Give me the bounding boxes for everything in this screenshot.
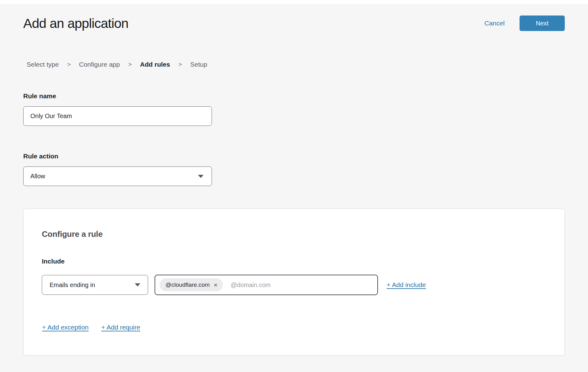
chevron-down-icon xyxy=(135,283,140,286)
breadcrumb-step-add-rules[interactable]: Add rules xyxy=(140,61,170,68)
add-include-link[interactable]: + Add include xyxy=(387,281,426,289)
breadcrumb: Select type > Configure app > Add rules … xyxy=(23,61,565,68)
add-exception-link[interactable]: + Add exception xyxy=(42,324,89,331)
configure-rule-title: Configure a rule xyxy=(42,229,546,239)
tag-chip-label: @cloudflare.com xyxy=(165,281,210,288)
tag-chip: @cloudflare.com ✕ xyxy=(160,278,223,291)
breadcrumb-step-select-type[interactable]: Select type xyxy=(27,61,59,68)
include-rule-row: Emails ending in @cloudflare.com ✕ + Add… xyxy=(42,275,546,295)
configure-rule-card: Configure a rule Include Emails ending i… xyxy=(23,209,565,356)
breadcrumb-separator: > xyxy=(128,61,132,68)
next-button[interactable]: Next xyxy=(520,16,565,31)
include-selector-value: Emails ending in xyxy=(50,281,95,289)
tag-entry-field[interactable] xyxy=(230,281,373,289)
remove-tag-icon[interactable]: ✕ xyxy=(214,283,218,287)
breadcrumb-separator: > xyxy=(178,61,182,68)
add-require-link[interactable]: + Add require xyxy=(101,324,140,331)
rule-name-label: Rule name xyxy=(23,92,565,100)
chevron-down-icon xyxy=(198,175,204,178)
page: Add an application Cancel Next Select ty… xyxy=(0,0,588,356)
page-header: Add an application Cancel Next xyxy=(23,0,565,31)
include-selector-select[interactable]: Emails ending in xyxy=(42,275,148,295)
rule-action-selected-value: Allow xyxy=(30,173,45,180)
rule-name-input[interactable] xyxy=(23,106,212,126)
include-label: Include xyxy=(42,258,546,265)
rule-action-select[interactable]: Allow xyxy=(23,166,212,186)
email-domains-tag-input[interactable]: @cloudflare.com ✕ xyxy=(155,275,378,295)
cancel-button[interactable]: Cancel xyxy=(485,20,505,27)
header-actions: Cancel Next xyxy=(485,16,565,31)
breadcrumb-separator: > xyxy=(67,61,71,68)
breadcrumb-step-setup[interactable]: Setup xyxy=(190,61,207,68)
rule-action-label: Rule action xyxy=(23,153,565,160)
rule-extra-links: + Add exception + Add require xyxy=(42,324,546,331)
page-title: Add an application xyxy=(23,16,128,31)
breadcrumb-step-configure-app[interactable]: Configure app xyxy=(79,61,120,68)
